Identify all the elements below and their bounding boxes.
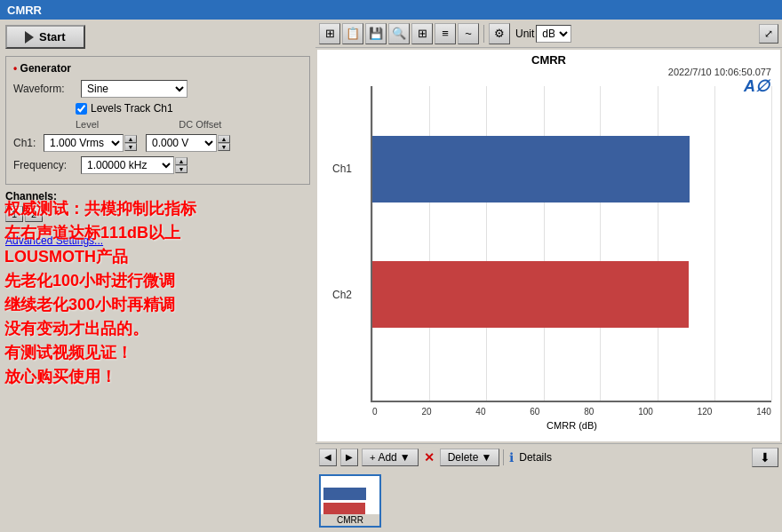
bottom-sep	[503, 449, 504, 465]
chart-bars-area: Ch1 111.093 dB Ch2 111.062 dB	[371, 86, 771, 402]
details-label: Details	[519, 451, 552, 464]
dc-offset-spinner[interactable]: ▲ ▼	[218, 135, 230, 151]
toolbar-btn-1[interactable]: ⊞	[319, 23, 340, 44]
overlay-line3: LOUSMOTH产品	[4, 245, 196, 269]
delete-label: Delete	[448, 451, 479, 464]
overlay-line7: 有测试视频见证！	[4, 341, 196, 365]
thumbnail-label: CMRR	[321, 514, 379, 526]
main-container: Start • Generator Waveform: Sine Levels …	[0, 20, 782, 532]
left-panel: Start • Generator Waveform: Sine Levels …	[0, 20, 315, 532]
delete-arrow: ▼	[481, 451, 491, 464]
ch1-level-spinner[interactable]: ▲ ▼	[124, 135, 137, 151]
toolbar-btn-4[interactable]: 🔍	[388, 23, 410, 44]
ch1-button[interactable]: 1	[5, 206, 23, 222]
details-icon: ℹ	[509, 450, 514, 465]
title-bar: CMRR	[0, 0, 782, 20]
channels-label: Channels:	[5, 190, 57, 202]
ch1-label: Ch1:	[13, 137, 40, 149]
ch1-row: Ch1: 1.000 Vrms ▲ ▼ 0.000 V ▲	[13, 134, 302, 152]
ch2-button[interactable]: 2	[25, 206, 43, 222]
ch1-bar-label: Ch1	[332, 163, 352, 175]
nav-left-btn[interactable]: ◀	[319, 449, 337, 466]
advanced-settings-container: Advanced Settings...	[5, 229, 310, 247]
start-label: Start	[39, 30, 66, 44]
x-label-60: 60	[530, 407, 539, 417]
dc-offset-down[interactable]: ▼	[218, 143, 230, 151]
toolbar-btn-6[interactable]: ≡	[435, 23, 456, 44]
ch1-bar-container: Ch1 111.093 dB	[372, 133, 771, 204]
x-label-120: 120	[698, 407, 713, 417]
title-text: CMRR	[7, 4, 42, 17]
x-label-140: 140	[756, 407, 771, 417]
levels-track-checkbox[interactable]	[76, 103, 87, 115]
ch2-bar-label: Ch2	[332, 289, 352, 301]
delete-button[interactable]: Delete ▼	[440, 449, 500, 466]
add-button[interactable]: + Add ▼	[362, 449, 419, 466]
ch1-level-down[interactable]: ▼	[124, 143, 137, 151]
frequency-row: Frequency: 1.00000 kHz ▲ ▼	[13, 156, 302, 174]
ch1-level-up[interactable]: ▲	[124, 135, 137, 143]
overlay-line8: 放心购买使用！	[4, 365, 196, 389]
ch1-level-select[interactable]: 1.000 Vrms	[44, 134, 124, 152]
waveform-label: Waveform:	[13, 83, 76, 95]
ch1-bar	[372, 136, 690, 202]
chart-title: CMRR	[317, 50, 780, 67]
download-button[interactable]: ⬇	[752, 448, 778, 467]
toolbar-btn-7[interactable]: ~	[458, 23, 479, 44]
overlay-line6: 没有变动才出品的。	[4, 317, 196, 341]
right-panel: ⊞ 📋 💾 🔍 ⊞ ≡ ~ ⚙ Unit dB linear ⤢ CMRR 20…	[315, 20, 782, 532]
dc-offset-select[interactable]: 0.000 V	[146, 134, 217, 152]
frequency-spinner[interactable]: ▲ ▼	[175, 157, 188, 173]
toolbar-btn-3[interactable]: 💾	[365, 23, 387, 44]
x-label-0: 0	[372, 407, 378, 417]
freq-down[interactable]: ▼	[175, 165, 188, 173]
thumb-bar-ch2	[323, 503, 365, 515]
freq-up[interactable]: ▲	[175, 157, 188, 165]
x-label-100: 100	[638, 407, 653, 417]
level-header: Level	[76, 119, 99, 130]
waveform-row: Waveform: Sine	[13, 80, 302, 98]
expand-button[interactable]: ⤢	[759, 24, 778, 44]
dc-offset-header: DC Offset	[179, 119, 221, 130]
play-icon	[25, 31, 34, 44]
unit-select[interactable]: dB linear	[536, 25, 571, 43]
ch1-level-input-group: 1.000 Vrms ▲ ▼	[44, 134, 137, 152]
nav-right-btn[interactable]: ▶	[340, 449, 358, 466]
channel-buttons: 1 2	[5, 206, 310, 222]
overlay-line4: 先老化100小时进行微调	[4, 269, 196, 293]
grid-line-140	[771, 86, 772, 401]
frequency-label: Frequency:	[13, 159, 76, 171]
levels-track-row: Levels Track Ch1	[76, 102, 302, 115]
dc-offset-up[interactable]: ▲	[218, 135, 230, 143]
x-axis-title: CMRR (dB)	[372, 420, 771, 431]
chart-date: 2022/7/10 10:06:50.077	[317, 67, 780, 77]
x-axis-labels: 0 20 40 60 80 100 120 140	[372, 407, 771, 417]
frequency-select[interactable]: 1.00000 kHz	[81, 156, 174, 174]
chart-toolbar: ⊞ 📋 💾 🔍 ⊞ ≡ ~ ⚙ Unit dB linear ⤢	[315, 20, 782, 48]
thumbnail-bars	[323, 483, 377, 519]
delete-icon-x: ✕	[424, 450, 435, 465]
waveform-select[interactable]: Sine	[81, 80, 188, 98]
generator-label: • Generator	[13, 62, 302, 75]
generator-section: • Generator Waveform: Sine Levels Track …	[5, 56, 310, 185]
toolbar-btn-2[interactable]: 📋	[342, 23, 363, 44]
toolbar-btn-5[interactable]: ⊞	[411, 23, 433, 44]
toolbar-btn-8[interactable]: ⚙	[489, 23, 510, 44]
add-icon: +	[370, 452, 375, 463]
ch2-bar	[372, 261, 689, 328]
thumbnail-area: CMRR	[315, 470, 782, 532]
advanced-settings-link[interactable]: Advanced Settings...	[5, 234, 103, 247]
dc-offset-input-group: 0.000 V ▲ ▼	[146, 134, 230, 152]
chart-area: CMRR 2022/7/10 10:06:50.077 A∅	[317, 50, 780, 441]
channels-section: Channels: 1 2	[5, 190, 310, 222]
x-label-80: 80	[584, 407, 594, 417]
add-arrow: ▼	[400, 451, 411, 464]
start-button[interactable]: Start	[5, 25, 85, 49]
level-headers: Level DC Offset	[76, 119, 302, 130]
ch2-bar-container: Ch2 111.062 dB	[372, 259, 771, 330]
cmrr-thumbnail[interactable]: CMRR	[319, 474, 381, 528]
thumb-bar-ch1	[323, 488, 366, 500]
overlay-line5: 继续老化300小时再精调	[4, 293, 196, 317]
toolbar-sep-1	[483, 25, 484, 43]
add-label: Add	[378, 451, 396, 464]
